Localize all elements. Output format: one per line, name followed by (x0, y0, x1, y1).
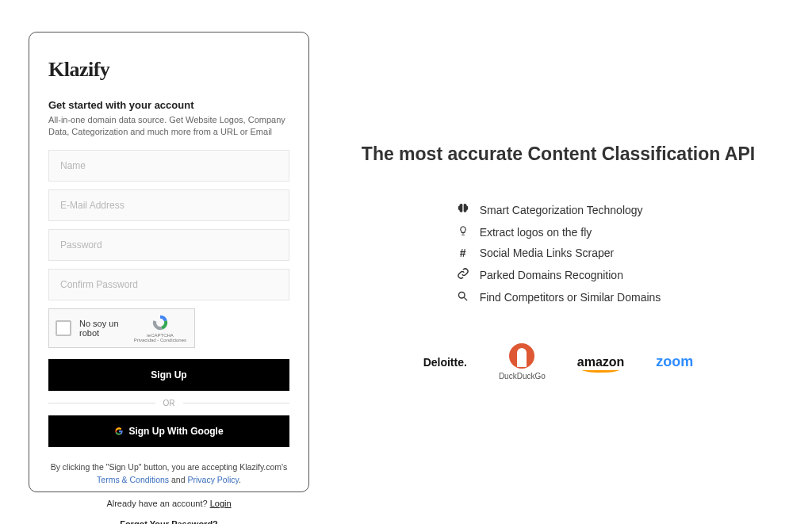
or-divider: OR (48, 399, 289, 407)
signup-headline: Get started with your account (48, 99, 289, 111)
customer-logos: Deloitte. DuckDuckGo amazon zoom (423, 343, 694, 381)
bulb-icon (456, 225, 470, 239)
feature-label: Smart Categorization Technology (480, 204, 643, 216)
sign-up-button[interactable]: Sign Up (48, 359, 289, 391)
svg-line-1 (465, 297, 468, 300)
name-input[interactable] (48, 150, 289, 182)
login-link[interactable]: Login (210, 499, 232, 508)
signup-subtext: All-in-one domain data source. Get Websi… (48, 114, 289, 139)
forgot-password-link[interactable]: Forgot Your Password? (48, 519, 289, 524)
confirm-password-input[interactable] (48, 269, 289, 300)
recaptcha-widget[interactable]: No soy un robot reCAPTCHA Privacidad - C… (48, 308, 195, 348)
hero-title: The most accurate Content Classification… (362, 143, 755, 165)
link-icon (456, 267, 470, 282)
feature-item: Extract logos on the fly (456, 221, 661, 243)
feature-item: Smart Categorization Technology (456, 198, 661, 221)
google-icon (114, 426, 124, 436)
feature-label: Find Competitors or Similar Domains (480, 291, 661, 304)
password-input[interactable] (48, 229, 289, 261)
search-icon (456, 290, 470, 304)
sign-up-button-label: Sign Up (151, 369, 186, 381)
signup-card: Klazify Get started with your account Al… (29, 32, 309, 492)
marketing-panel: The most accurate Content Classification… (333, 32, 783, 492)
feature-label: Extract logos on the fly (480, 226, 592, 239)
brand-logo: Klazify (48, 58, 289, 82)
feature-label: Social Media Links Scraper (480, 247, 615, 259)
google-sign-up-button[interactable]: Sign Up With Google (48, 415, 289, 447)
duckduckgo-icon (509, 343, 534, 369)
recaptcha-badge: reCAPTCHA Privacidad - Condiciones (134, 314, 186, 342)
terms-link[interactable]: Terms & Conditions (97, 475, 169, 484)
svg-point-0 (459, 293, 465, 299)
duckduckgo-logo: DuckDuckGo (499, 343, 546, 381)
or-label: OR (163, 399, 175, 407)
feature-item: Find Competitors or Similar Domains (456, 286, 661, 308)
already-have-account: Already have an account? Login (48, 499, 289, 508)
google-sign-up-label: Sign Up With Google (128, 426, 223, 437)
recaptcha-icon (151, 314, 169, 331)
legal-text: By clicking the "Sign Up" button, you ar… (48, 461, 289, 487)
feature-item: # Social Media Links Scraper (456, 243, 661, 263)
feature-list: Smart Categorization Technology Extract … (456, 198, 661, 308)
feature-label: Parked Domains Recognition (480, 269, 623, 281)
recaptcha-label: No soy un robot (79, 319, 134, 338)
email-input[interactable] (48, 189, 289, 221)
brain-icon (456, 202, 470, 217)
amazon-logo: amazon (577, 355, 625, 369)
privacy-link[interactable]: Privacy Policy (187, 475, 239, 484)
zoom-logo: zoom (656, 354, 693, 370)
feature-item: Parked Domains Recognition (456, 263, 661, 286)
hash-icon: # (456, 247, 470, 259)
deloitte-logo: Deloitte. (423, 356, 467, 369)
recaptcha-checkbox[interactable] (56, 320, 71, 336)
